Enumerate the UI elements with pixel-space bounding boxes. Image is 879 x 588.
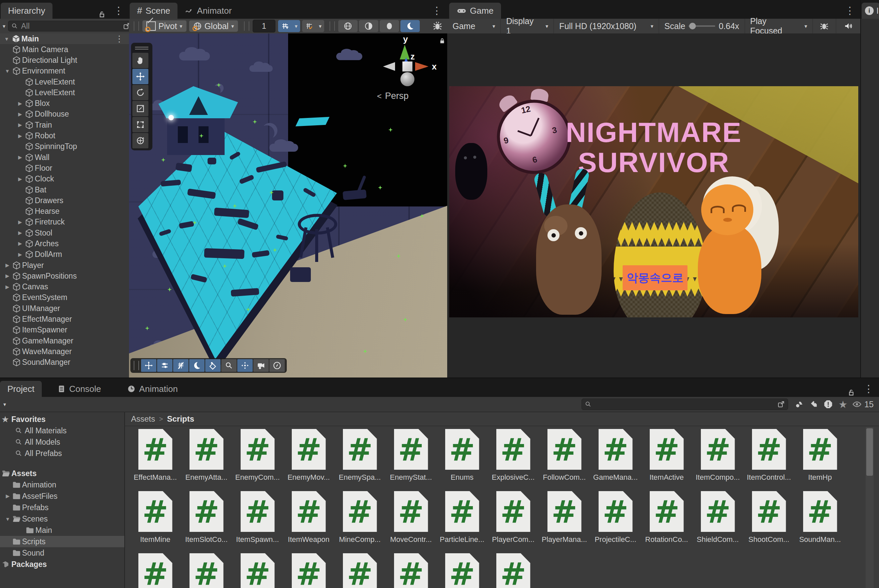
grid-visibility-caret[interactable]: ▾: [316, 20, 324, 32]
lock-icon[interactable]: [847, 388, 856, 397]
gizmo-center-cube[interactable]: [403, 62, 412, 72]
hierarchy-item-train[interactable]: ▶Train: [0, 120, 129, 130]
hierarchy-item-drawers[interactable]: Drawers: [0, 195, 129, 206]
asset-script-card[interactable]: #: [181, 551, 232, 588]
expand-icon[interactable]: ▶: [15, 133, 25, 139]
hierarchy-item-levelextent[interactable]: LevelExtent: [0, 76, 129, 87]
hierarchy-item-directional-light[interactable]: Directional Light: [0, 55, 129, 66]
grid-snap-caret[interactable]: ▾: [292, 20, 300, 32]
hidden-count-toggle[interactable]: 15: [850, 398, 879, 410]
hierarchy-item-itemspawner[interactable]: ItemSpawner: [0, 325, 129, 335]
start-game-button[interactable]: 악몽속으로: [623, 265, 688, 290]
import-log-button[interactable]: [821, 398, 835, 410]
scale-tool-button[interactable]: [132, 101, 149, 116]
scene-effects-button[interactable]: [400, 20, 420, 32]
expand-icon[interactable]: ▶: [15, 230, 25, 236]
sidebar-favorites-header[interactable]: ★Favorites: [0, 414, 124, 425]
hierarchy-item-uimanager[interactable]: UIManager: [0, 303, 129, 314]
sidebar-item-all-models[interactable]: All Models: [0, 436, 124, 448]
hierarchy-item-soundmanger[interactable]: SoundManger: [0, 357, 129, 368]
hierarchy-item-canvas[interactable]: ▶Canvas: [0, 282, 129, 292]
grid-snapping-toggle[interactable]: ▾: [278, 20, 300, 32]
hierarchy-item-player[interactable]: ▶Player: [0, 260, 129, 271]
asset-script-card[interactable]: #: [334, 551, 385, 588]
asset-script-card[interactable]: #: [488, 551, 539, 588]
expand-icon[interactable]: ▶: [15, 122, 25, 128]
hierarchy-item-levelextent[interactable]: LevelExtent: [0, 87, 129, 98]
expand-icon[interactable]: ▶: [15, 154, 25, 160]
pivot-mode-button[interactable]: Pivot ▾: [143, 20, 186, 32]
hierarchy-item-hearse[interactable]: Hearse: [0, 206, 129, 216]
overlay-drag-handle[interactable]: [134, 361, 139, 370]
asset-script-card-projectilec-[interactable]: #ProjectileC...: [590, 489, 641, 550]
asset-script-card-enums[interactable]: #Enums: [436, 427, 488, 488]
asset-script-card-gamemana-[interactable]: #GameMana...: [590, 427, 641, 488]
expand-icon[interactable]: ▶: [15, 219, 25, 225]
asset-script-card[interactable]: #: [385, 551, 436, 588]
search-by-type-button[interactable]: [792, 398, 806, 410]
project-search-input[interactable]: [594, 400, 775, 409]
rotate-tool-button[interactable]: [132, 85, 149, 100]
gizmos-icon-button[interactable]: [205, 359, 221, 372]
hierarchy-item-floor[interactable]: Floor: [0, 163, 129, 173]
resolution-dropdown[interactable]: Full HD (1920x1080)▾: [554, 19, 659, 33]
toolbar-drag-handle[interactable]: [134, 21, 139, 31]
hierarchy-scene-root[interactable]: ▼ Main ⋮: [0, 33, 129, 44]
asset-script-card-itemmine[interactable]: #ItemMine: [130, 489, 181, 550]
expand-icon[interactable]: ▶: [3, 262, 12, 268]
asset-script-card[interactable]: #: [130, 551, 181, 588]
expand-icon[interactable]: ▶: [15, 100, 25, 106]
tab-animation[interactable]: Animation: [120, 381, 185, 397]
tab-inspector[interactable]: i In: [862, 3, 879, 19]
asset-script-card-itemcompo-[interactable]: #ItemCompo...: [692, 427, 743, 488]
game-viewport[interactable]: 12 3 6 9 NIGHTMARE SURVIVOR: [447, 33, 860, 378]
panel-dropdown-caret[interactable]: ▾: [3, 401, 6, 408]
asset-script-card-minecomp-[interactable]: #MineComp...: [334, 489, 385, 550]
sidebar-item-sound[interactable]: Sound: [0, 547, 124, 559]
search-icon-button[interactable]: [221, 359, 237, 372]
asset-script-card-itemweapon[interactable]: #ItemWeapon: [283, 489, 334, 550]
mute-audio-button[interactable]: [836, 19, 860, 33]
scale-slider[interactable]: [688, 26, 715, 27]
asset-script-card-shieldcom-[interactable]: #ShieldCom...: [692, 489, 743, 550]
asset-script-card-itemactive[interactable]: #ItemActive: [641, 427, 692, 488]
hierarchy-item-clock[interactable]: ▶Clock: [0, 174, 129, 184]
expand-icon[interactable]: ▶: [15, 252, 25, 258]
sidebar-assets-header[interactable]: Assets: [0, 468, 124, 479]
scene-lighting-button[interactable]: [359, 20, 378, 32]
grid-off-icon-button[interactable]: [173, 359, 188, 372]
favorites-filter-button[interactable]: ★: [835, 398, 850, 410]
asset-script-card-playermana-[interactable]: #PlayerMana...: [539, 489, 590, 550]
hierarchy-item-wavemanager[interactable]: WaveManager: [0, 346, 129, 357]
toolbar-drag-handle[interactable]: [329, 21, 335, 31]
scrollbar-thumb[interactable]: [866, 428, 873, 476]
collapse-icon[interactable]: ▼: [3, 68, 12, 74]
collapse-icon[interactable]: ▼: [2, 36, 11, 42]
expand-icon[interactable]: ▶: [3, 273, 12, 279]
asset-script-card-shootcom-[interactable]: #ShootCom...: [743, 489, 795, 550]
expand-icon[interactable]: ▶: [15, 111, 25, 117]
game-menu-button[interactable]: ⋮: [840, 3, 860, 19]
compass-icon-button[interactable]: [269, 359, 285, 372]
hierarchy-searchbox[interactable]: [8, 21, 134, 32]
asset-script-card-followcom-[interactable]: #FollowCom...: [539, 427, 590, 488]
search-by-label-button[interactable]: [806, 398, 821, 410]
hierarchy-item-firetruck[interactable]: ▶Firetruck: [0, 217, 129, 228]
sidebar-item-prefabs[interactable]: Prefabs: [0, 502, 124, 513]
x-axis-cone[interactable]: [415, 62, 428, 71]
breadcrumb-scripts[interactable]: Scripts: [167, 414, 194, 424]
scene-menu-button[interactable]: ⋮: [427, 3, 447, 19]
sliders-icon-button[interactable]: [157, 359, 173, 372]
hierarchy-item-robot[interactable]: ▶Robot: [0, 130, 129, 141]
draw-mode-button[interactable]: [338, 20, 358, 32]
neg-x-axis-cone[interactable]: [383, 62, 395, 71]
asset-script-card-rotationco-[interactable]: #RotationCo...: [641, 489, 692, 550]
hierarchy-item-blox[interactable]: ▶Blox: [0, 98, 129, 109]
scene-viewport[interactable]: y z x < Persp: [129, 33, 447, 378]
hierarchy-item-main-camera[interactable]: Main Camera: [0, 44, 129, 55]
hierarchy-item-wall[interactable]: ▶Wall: [0, 152, 129, 163]
expand-icon[interactable]: ▶: [15, 240, 25, 246]
project-searchbox[interactable]: [581, 399, 788, 410]
hierarchy-item-dollhouse[interactable]: ▶Dollhouse: [0, 109, 129, 120]
hierarchy-item-stool[interactable]: ▶Stool: [0, 228, 129, 238]
